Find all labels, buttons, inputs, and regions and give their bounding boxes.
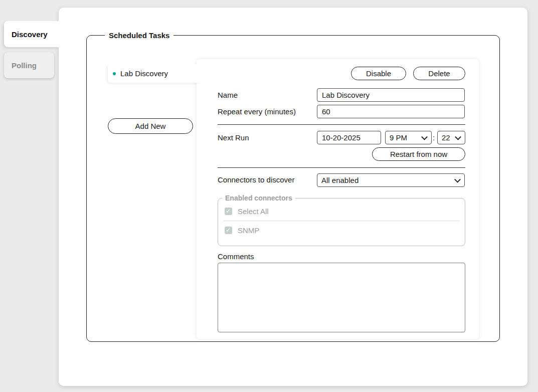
select-all-label: Select All (238, 207, 269, 216)
task-bullet-icon (113, 72, 116, 75)
enabled-connectors-section: Enabled connectors Select All SNMP (218, 194, 465, 246)
next-run-hour-select[interactable]: 9 PM (385, 131, 432, 144)
select-all-row: Select All (218, 202, 465, 221)
restart-from-now-button[interactable]: Restart from now (372, 147, 465, 161)
select-all-checkbox (225, 208, 232, 215)
tab-polling[interactable]: Polling (4, 52, 54, 78)
next-run-hour-select-wrap: 9 PM (385, 131, 432, 144)
tab-discovery-label: Discovery (12, 30, 48, 39)
connectors-select-wrap: All enabled (317, 173, 465, 187)
main-card: Scheduled Tasks Lab Discovery Add New Di… (59, 8, 527, 386)
comments-textarea[interactable] (218, 263, 465, 332)
next-run-date-input[interactable] (317, 131, 381, 144)
next-run-minute-select-wrap: 22 (437, 131, 465, 144)
connectors-select[interactable]: All enabled (317, 173, 465, 187)
repeat-label: Repeat every (minutes) (218, 107, 296, 116)
tab-polling-label: Polling (12, 61, 37, 70)
delete-button[interactable]: Delete (413, 67, 465, 80)
task-list-item[interactable]: Lab Discovery (108, 64, 199, 83)
divider (218, 167, 465, 168)
task-detail-panel: Disable Delete Name Repeat every (minute… (197, 59, 479, 339)
comments-label: Comments (218, 252, 254, 261)
add-new-button[interactable]: Add New (108, 118, 193, 134)
name-label: Name (218, 91, 238, 99)
time-separator: : (433, 133, 435, 142)
snmp-checkbox (225, 227, 232, 234)
enabled-connectors-legend: Enabled connectors (222, 194, 295, 202)
snmp-label: SNMP (238, 226, 259, 235)
name-input[interactable] (317, 88, 465, 102)
task-item-label: Lab Discovery (120, 69, 168, 78)
next-run-minute-select[interactable]: 22 (437, 131, 465, 144)
disable-button[interactable]: Disable (351, 67, 406, 80)
repeat-minutes-input[interactable] (317, 105, 465, 118)
scheduled-tasks-legend: Scheduled Tasks (105, 31, 173, 40)
connectors-label: Connectors to discover (218, 175, 294, 184)
divider (218, 124, 465, 125)
scheduled-tasks-section: Scheduled Tasks Lab Discovery Add New Di… (86, 31, 500, 342)
snmp-row: SNMP (218, 221, 465, 240)
tab-discovery[interactable]: Discovery (4, 21, 60, 47)
next-run-label: Next Run (218, 133, 249, 142)
